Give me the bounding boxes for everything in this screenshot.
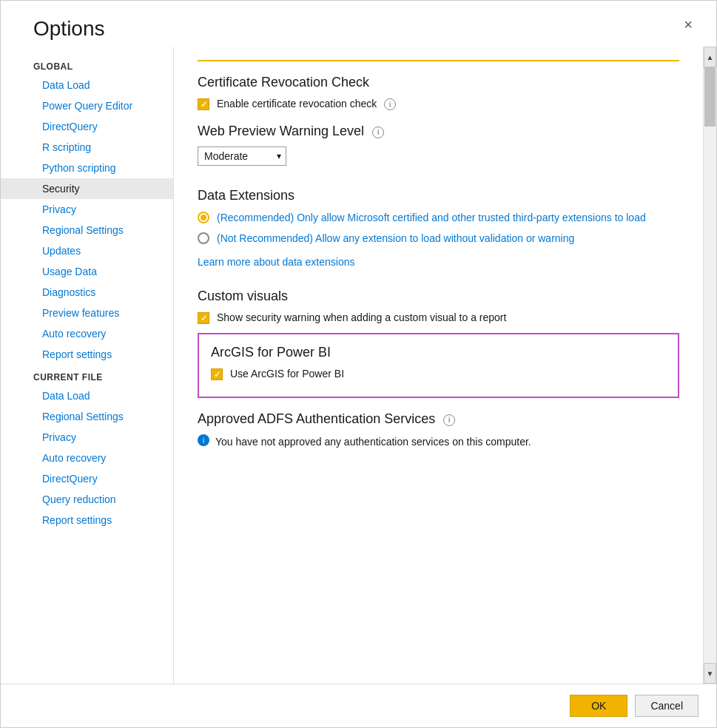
sidebar-item-preview-features[interactable]: Preview features [1,303,173,323]
sidebar-item-cf-report-settings[interactable]: Report settings [1,510,173,530]
scroll-down-button[interactable]: ▼ [704,663,716,684]
sidebar-item-auto-recovery[interactable]: Auto recovery [1,323,173,344]
main-scroll-area[interactable]: Certificate Revocation Check Enable cert… [174,47,703,684]
arcgis-checkbox-row: Use ArcGIS for Power BI [211,368,666,380]
sidebar-item-privacy[interactable]: Privacy [1,199,173,220]
main-content: Certificate Revocation Check Enable cert… [174,47,716,684]
dialog-body: GLOBAL Data Load Power Query Editor Dire… [1,47,716,684]
data-ext-radio2-row: (Not Recommended) Allow any extension to… [198,232,679,246]
cert-checkbox[interactable] [198,98,209,110]
data-ext-radio2[interactable] [198,232,209,244]
sidebar-item-cf-data-load[interactable]: Data Load [1,385,173,406]
sidebar-item-r-scripting[interactable]: R scripting [1,137,173,158]
custom-visuals-label: Show security warning when adding a cust… [217,311,506,323]
dialog-titlebar: Options × [1,1,716,41]
ok-button[interactable]: OK [570,695,627,717]
arcgis-checkbox[interactable] [211,368,223,380]
sidebar-item-usage-data[interactable]: Usage Data [1,261,173,282]
arcgis-box: ArcGIS for Power BI Use ArcGIS for Power… [198,333,679,398]
sidebar-item-directquery[interactable]: DirectQuery [1,116,173,137]
scrollbar: ▲ ▼ [703,47,716,684]
custom-visuals-checkbox[interactable] [198,312,209,324]
cert-option-row: Enable certificate revocation check i [198,98,679,110]
sidebar-item-cf-privacy[interactable]: Privacy [1,427,173,448]
scroll-thumb[interactable] [704,67,716,127]
sidebar-item-diagnostics[interactable]: Diagnostics [1,282,173,303]
sidebar-item-cf-query-reduction[interactable]: Query reduction [1,489,173,510]
adfs-info-icon[interactable]: i [443,414,455,426]
scroll-indicator-top [198,54,679,61]
data-ext-radio1-label: (Recommended) Only allow Microsoft certi… [217,211,646,226]
sidebar-item-updates[interactable]: Updates [1,240,173,261]
sidebar-item-cf-regional-settings[interactable]: Regional Settings [1,406,173,427]
cert-info-icon[interactable]: i [384,98,396,110]
sidebar-current-file-label: CURRENT FILE [1,365,173,385]
cert-checkbox-label: Enable certificate revocation check i [217,98,396,110]
close-button[interactable]: × [678,14,699,35]
sidebar-item-regional-settings[interactable]: Regional Settings [1,220,173,240]
sidebar-global-label: GLOBAL [1,54,173,75]
dialog-footer: OK Cancel [1,684,716,727]
arcgis-title: ArcGIS for Power BI [211,345,666,360]
custom-visuals-row: Show security warning when adding a cust… [198,311,679,324]
sidebar-item-security[interactable]: Security [1,178,173,199]
sidebar: GLOBAL Data Load Power Query Editor Dire… [1,47,174,684]
data-extensions-title: Data Extensions [198,188,679,203]
data-ext-radio2-label: (Not Recommended) Allow any extension to… [217,232,574,246]
data-ext-radio1-row: (Recommended) Only allow Microsoft certi… [198,211,679,226]
web-preview-dropdown[interactable]: Moderate [198,146,286,166]
sidebar-item-cf-directquery[interactable]: DirectQuery [1,468,173,489]
data-ext-link[interactable]: Learn more about data extensions [198,256,354,268]
scroll-track[interactable] [704,67,716,663]
web-preview-title: Web Preview Warning Level i [198,124,679,139]
data-ext-radio1[interactable] [198,212,209,223]
web-preview-info-icon[interactable]: i [372,127,384,138]
custom-visuals-title: Custom visuals [198,289,679,304]
cert-section-title: Certificate Revocation Check [198,75,679,90]
dialog-title: Options [33,17,105,41]
scroll-up-button[interactable]: ▲ [704,47,716,67]
sidebar-item-report-settings-global[interactable]: Report settings [1,344,173,365]
sidebar-item-cf-auto-recovery[interactable]: Auto recovery [1,448,173,468]
options-dialog: Options × GLOBAL Data Load Power Query E… [0,0,717,728]
sidebar-item-data-load[interactable]: Data Load [1,75,173,95]
adfs-blue-info-icon: i [198,434,209,446]
data-ext-link-container: Learn more about data extensions [198,252,679,275]
sidebar-item-power-query-editor[interactable]: Power Query Editor [1,95,173,116]
adfs-info-text: You have not approved any authentication… [215,434,531,450]
cancel-button[interactable]: Cancel [635,695,699,717]
arcgis-checkbox-label: Use ArcGIS for Power BI [230,368,344,380]
adfs-info-row: i You have not approved any authenticati… [198,434,679,450]
adfs-title: Approved ADFS Authentication Services i [198,411,679,427]
sidebar-item-python-scripting[interactable]: Python scripting [1,158,173,178]
